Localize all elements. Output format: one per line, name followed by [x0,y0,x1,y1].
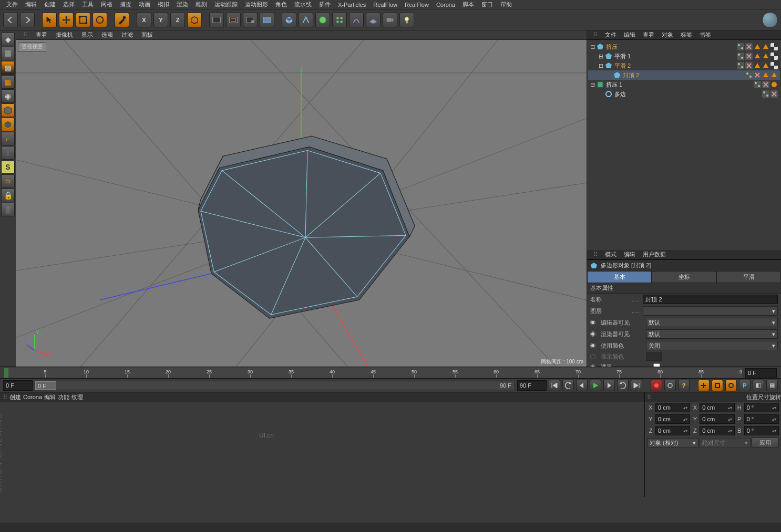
key-pos-button[interactable] [698,380,710,391]
tri-o-tag-icon[interactable] [762,71,769,79]
play-button[interactable] [590,380,601,391]
keysel-button[interactable]: ? [678,380,690,391]
menu-窗口[interactable]: 窗口 [478,0,496,9]
object-tree[interactable]: ⊟ 挤压 ⊟ 平滑 1 ⊟ 平滑 2 封顶 2 ⊟ 挤压 1 多边 [587,40,781,250]
prop-layer-dropdown[interactable]: ▾ [643,306,778,316]
prop-edvis-radio[interactable] [590,320,595,325]
perspective-viewport[interactable]: 透视视图 [16,40,587,367]
vpmenu-显示[interactable]: 显示 [78,30,96,40]
light-button[interactable] [399,13,414,27]
menu-插件[interactable]: 插件 [316,0,334,9]
key-opts-button[interactable]: ▦ [766,380,778,391]
workplane-button[interactable]: ▦ [1,75,15,89]
console-Corona[interactable]: Corona [23,394,42,400]
vg-tag-icon[interactable] [737,62,744,69]
goto-start-button[interactable] [549,380,560,391]
objmgr-对象[interactable]: 对象 [659,30,676,40]
attrtab-坐标[interactable]: 坐标 [652,271,716,283]
attrhdr-模式[interactable]: 模式 [602,249,620,259]
attrhdr-编辑[interactable]: 编辑 [621,249,639,259]
size-Z-field[interactable]: 0 cm▴▾ [700,426,734,435]
pos-X-field[interactable]: 0 cm▴▾ [655,403,690,412]
axis-y-button[interactable]: Y [153,13,168,27]
vg-tag-icon[interactable] [762,90,769,98]
timeline-current-field[interactable] [745,368,777,378]
tri-o-tag-icon[interactable] [754,62,761,69]
menu-编辑[interactable]: 编辑 [22,0,40,9]
prop-usecolor-radio[interactable] [590,343,595,348]
tri-o-tag-icon[interactable] [754,43,761,50]
texture-mode-button[interactable]: ▩ [1,61,15,75]
objmgr-编辑[interactable]: 编辑 [621,30,639,40]
scrub-handle[interactable]: 0 F [35,381,56,390]
menu-捕捉[interactable]: 捕捉 [117,0,135,9]
pen-tool-button[interactable] [299,13,313,27]
scale-tool[interactable] [76,13,90,27]
menu-运动图形[interactable]: 运动图形 [242,0,271,9]
console-编辑[interactable]: 编辑 [44,393,56,401]
chk-tag-icon[interactable] [770,62,778,69]
menu-工具[interactable]: 工具 [79,0,97,9]
menu-脚本[interactable]: 脚本 [459,0,477,9]
vpmenu-面板[interactable]: 面板 [138,30,156,40]
prev-key-button[interactable] [562,380,574,391]
tri-o-tag-icon[interactable] [754,53,761,60]
console-功能[interactable]: 功能 [58,393,69,401]
coord-abs-dropdown[interactable]: 绝对尺寸▾ [700,438,751,447]
tri-o-tag-icon[interactable] [770,71,778,79]
menu-雕刻[interactable]: 雕刻 [192,0,210,9]
render-settings-button[interactable] [243,13,258,27]
tri-o-tag-icon[interactable] [762,62,769,69]
move-tool[interactable] [59,13,74,27]
range-start-field[interactable] [3,380,33,391]
menu-选择[interactable]: 选择 [60,0,78,9]
expand-icon[interactable]: ⊟ [590,44,595,50]
next-key-button[interactable] [617,380,629,391]
picture-viewer-button[interactable] [260,13,274,27]
expand-icon[interactable]: ⊟ [599,62,604,69]
pos-Y-field[interactable]: 0 cm▴▾ [655,414,690,424]
key-param-button[interactable]: P [739,380,751,391]
render-view-button[interactable] [209,13,224,27]
polygon-mode-button[interactable]: ⌐ [1,132,15,145]
console-创建[interactable]: 创建 [9,393,21,401]
last-tool[interactable] [115,13,129,27]
menu-网格[interactable]: 网格 [98,0,116,9]
goto-end-button[interactable] [631,380,642,391]
rot-P-field[interactable]: 0 °▴▾ [744,414,779,424]
redo-button[interactable] [20,13,35,27]
menu-Corona[interactable]: Corona [433,1,458,9]
tree-row-平滑 1[interactable]: ⊟ 平滑 1 [588,51,780,61]
select-tool[interactable] [42,13,57,27]
key-rot-button[interactable] [725,380,737,391]
size-X-field[interactable]: 0 cm▴▾ [700,403,734,412]
tree-row-平滑 2[interactable]: ⊟ 平滑 2 [588,61,780,70]
make-editable-button[interactable]: ◆ [1,33,15,46]
axis-x-button[interactable]: X [137,13,151,27]
menu-帮助[interactable]: 帮助 [497,0,515,9]
tree-row-挤压 1[interactable]: ⊟ 挤压 1 [588,80,780,89]
prop-rdvis-dropdown[interactable]: 默认▾ [646,329,778,339]
prop-name-field[interactable] [643,295,778,304]
menu-RealFlow[interactable]: RealFlow [402,1,432,9]
menu-渲染[interactable]: 渲染 [173,0,191,9]
tree-row-多边[interactable]: 多边 [588,89,780,99]
chk-tag-icon[interactable] [770,43,778,50]
vx-tag-icon[interactable] [745,53,753,60]
axis-mode-button[interactable]: ↕ [1,146,15,160]
softselect-button[interactable]: ░ [1,203,15,216]
vx-tag-icon[interactable] [762,81,769,88]
prop-usecolor-dropdown[interactable]: 关闭▾ [646,341,778,350]
vpmenu-过滤[interactable]: 过滤 [118,30,136,40]
cube-primitive-button[interactable] [282,13,296,27]
magnet-button[interactable]: ⊃ [1,174,15,188]
menu-角色[interactable]: 角色 [272,0,290,9]
vx-tag-icon[interactable] [745,62,753,69]
size-Y-field[interactable]: 0 cm▴▾ [700,414,734,424]
tree-row-挤压[interactable]: ⊟ 挤压 [588,42,780,51]
attrhdr-用户数据[interactable]: 用户数据 [640,249,669,259]
render-region-button[interactable] [226,13,241,27]
rot-B-field[interactable]: 0 °▴▾ [744,426,779,435]
menu-运动跟踪[interactable]: 运动跟踪 [211,0,241,9]
axis-z-button[interactable]: Z [170,13,185,27]
